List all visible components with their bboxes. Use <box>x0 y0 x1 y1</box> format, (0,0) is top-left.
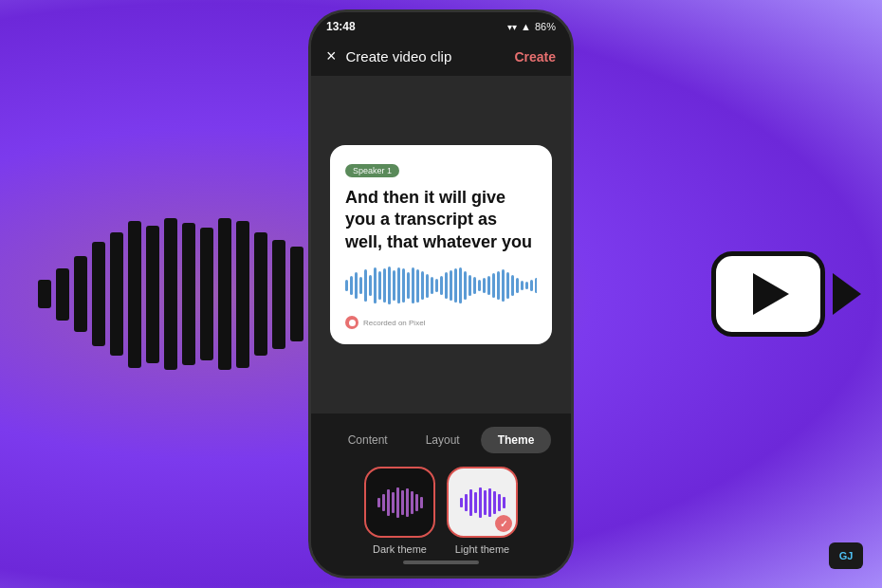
audio-waveform <box>345 266 537 304</box>
tab-bar: Content Layout Theme <box>311 427 571 453</box>
tab-theme[interactable]: Theme <box>481 427 552 453</box>
status-bar: 13:48 ▾▾ ▲ 86% <box>311 12 571 37</box>
bottom-tabs: Content Layout Theme <box>311 413 571 576</box>
wifi-icon: ▾▾ <box>507 22 517 32</box>
status-time: 13:48 <box>326 20 356 33</box>
selected-checkmark: ✓ <box>495 515 512 532</box>
app-header: × Create video clip Create <box>311 37 571 76</box>
video-card: Speaker 1 And then it will give you a tr… <box>330 145 552 344</box>
content-area: Speaker 1 And then it will give you a tr… <box>311 76 571 413</box>
tab-content[interactable]: Content <box>331 427 405 453</box>
header-left: × Create video clip <box>326 46 451 66</box>
light-theme-waveform <box>460 487 505 518</box>
create-button[interactable]: Create <box>514 49 556 64</box>
dark-theme-waveform <box>377 487 423 518</box>
dark-theme-card[interactable]: Dark theme <box>364 467 435 555</box>
watermark: GJ <box>829 542 863 569</box>
dark-theme-label: Dark theme <box>373 543 427 555</box>
light-theme-card[interactable]: ✓ Light theme <box>447 467 518 555</box>
status-icons: ▾▾ ▲ 86% <box>507 21 556 32</box>
theme-options: Dark theme <box>311 467 571 555</box>
play-icon <box>753 273 789 315</box>
dark-theme-icon-wrap <box>364 467 435 538</box>
camera-body <box>711 251 825 337</box>
speaker-badge: Speaker 1 <box>345 164 399 177</box>
video-icon <box>711 251 825 337</box>
close-button[interactable]: × <box>326 46 337 66</box>
light-theme-icon-wrap: ✓ <box>447 467 518 538</box>
battery-label: 86% <box>535 21 556 32</box>
recorded-badge: Recorded on Pixel <box>345 316 537 329</box>
camera-lens <box>833 273 861 315</box>
transcript-text: And then it will give you a transcript a… <box>345 187 537 253</box>
tab-layout[interactable]: Layout <box>409 427 477 453</box>
light-theme-label: Light theme <box>455 543 509 555</box>
header-title: Create video clip <box>346 48 452 64</box>
recorded-text: Recorded on Pixel <box>363 319 425 327</box>
phone-mockup: 13:48 ▾▾ ▲ 86% × Create video clip Creat… <box>308 9 574 579</box>
signal-icon: ▲ <box>521 21 531 32</box>
watermark-text: GJ <box>839 550 854 561</box>
home-indicator <box>403 560 479 564</box>
